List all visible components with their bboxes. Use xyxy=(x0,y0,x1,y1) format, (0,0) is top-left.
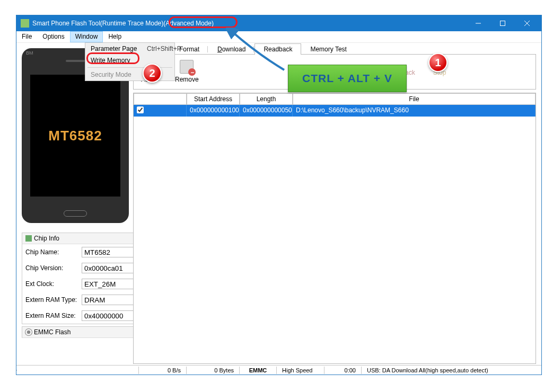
menu-window[interactable]: Window xyxy=(70,31,103,42)
phone-brand: BM xyxy=(26,50,33,56)
remove-button[interactable]: Remove xyxy=(175,60,199,83)
badge-2: 2 xyxy=(143,64,162,83)
maximize-button[interactable] xyxy=(490,15,515,31)
window-title: Smart Phone Flash Tool(Runtime Trace Mod… xyxy=(32,20,466,27)
status-bytes: 0 Bytes xyxy=(186,367,239,374)
readback-table[interactable]: Start Address Length File 0x000000000100… xyxy=(133,93,536,364)
chip-version-field[interactable] xyxy=(82,263,133,273)
status-bps: 0 B/s xyxy=(138,367,186,374)
minimize-button[interactable] xyxy=(466,15,490,31)
chipinfo-header: Chip Info xyxy=(22,233,133,244)
callout-arrow xyxy=(226,28,289,75)
tab-memorytest[interactable]: Memory Test xyxy=(301,43,355,55)
status-speed: High Speed xyxy=(276,367,324,374)
tab-bar: Format Download Readback Memory Test xyxy=(133,43,536,55)
col-start-address[interactable]: Start Address xyxy=(187,93,240,105)
chip-name-field[interactable] xyxy=(82,247,133,257)
app-icon xyxy=(21,19,29,28)
ram-size-field[interactable] xyxy=(82,310,133,321)
chipinfo-table: Chip Name: Chip Version: Ext Clock: Exte… xyxy=(22,244,133,324)
status-storage: EMMC xyxy=(239,367,276,374)
chip-icon xyxy=(25,235,32,242)
row-checkbox[interactable] xyxy=(137,106,144,113)
menuitem-write-memory[interactable]: Write Memory xyxy=(85,55,174,66)
menuitem-parameter-page[interactable]: Parameter Page Ctrl+Shift+P xyxy=(85,43,174,55)
remove-icon xyxy=(180,60,194,74)
menu-help[interactable]: Help xyxy=(103,31,127,42)
ext-clock-field[interactable] xyxy=(82,279,133,289)
ram-type-field[interactable] xyxy=(82,295,133,305)
menu-file[interactable]: File xyxy=(16,31,37,42)
svg-rect-1 xyxy=(501,21,505,26)
phone-chip-label: MT6582 xyxy=(48,128,102,144)
keyboard-hint: CTRL + ALT + V xyxy=(288,65,407,92)
close-button[interactable] xyxy=(515,15,539,31)
gear-icon xyxy=(25,329,32,335)
badge-1: 1 xyxy=(428,53,448,72)
menu-options[interactable]: Options xyxy=(37,31,69,42)
status-usb: USB: DA Download All(high speed,auto det… xyxy=(361,367,541,374)
status-time: 0:00 xyxy=(324,367,361,374)
col-length[interactable]: Length xyxy=(240,93,293,105)
status-bar: 0 B/s 0 Bytes EMMC High Speed 0:00 USB: … xyxy=(16,365,541,375)
table-row[interactable]: 0x000000000100... 0x000000000050... D:\L… xyxy=(134,105,536,117)
emmc-header: EMMC Flash xyxy=(22,326,133,338)
col-file[interactable]: File xyxy=(293,93,536,105)
